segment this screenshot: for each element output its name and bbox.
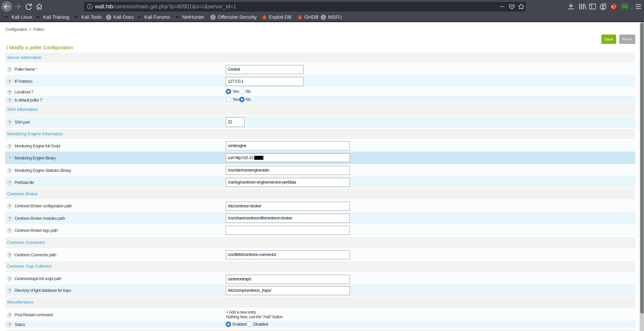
svg-text:M: M [624, 5, 627, 9]
